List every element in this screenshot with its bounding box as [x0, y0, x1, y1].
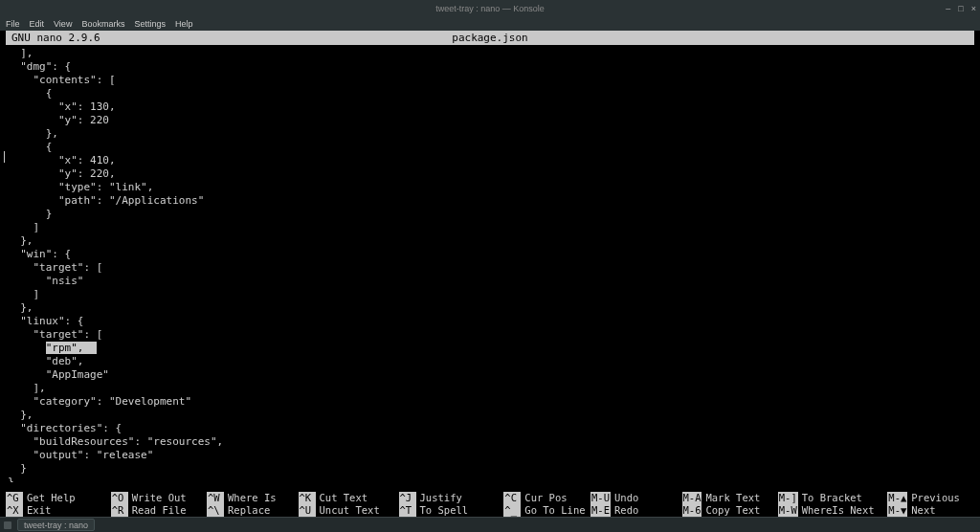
shortcut-label: Copy Text	[702, 504, 760, 517]
shortcut-label: Exit	[23, 504, 51, 517]
shortcut-label: Go To Line	[521, 504, 585, 517]
shortcut-label: Write Out	[128, 492, 187, 504]
editor-line: "x": 130,	[8, 100, 972, 114]
menubar: File Edit View Bookmarks Settings Help	[0, 16, 980, 31]
shortcut-key: ^\	[207, 504, 224, 517]
nano-header: GNU nano 2.9.6 package.json	[6, 31, 974, 45]
shortcut-key: ^J	[399, 492, 416, 504]
editor-line: ],	[8, 382, 972, 395]
shortcut-key: M-A	[682, 492, 702, 504]
editor-line: ]	[8, 288, 972, 301]
nano-version: GNU nano 2.9.6	[11, 32, 100, 44]
editor-line: "category": "Development"	[8, 395, 972, 409]
editor-line: "rpm",	[8, 342, 972, 355]
shortcut-key: M-E	[590, 504, 611, 517]
shortcut-key: ^O	[111, 492, 128, 504]
shortcut-item: M-6Copy Text	[682, 504, 778, 517]
editor-area[interactable]: ], "dmg": { "contents": [ { "x": 130, "y…	[0, 45, 980, 482]
menu-view[interactable]: View	[54, 19, 72, 29]
shortcut-label: Redo	[611, 504, 638, 517]
editor-line: "directories": {	[8, 422, 972, 435]
editor-line: "output": "release"	[8, 449, 972, 462]
menu-file[interactable]: File	[6, 19, 20, 29]
editor-line: "deb",	[8, 355, 972, 368]
menu-bookmarks[interactable]: Bookmarks	[81, 19, 124, 29]
editor-line: "contents": [	[8, 74, 972, 87]
editor-line: },	[8, 234, 972, 248]
shortcut-item: ^OWrite Out	[111, 492, 207, 504]
shortcut-key: ^K	[299, 492, 316, 504]
window-title: tweet-tray : nano — Konsole	[435, 4, 545, 13]
shortcut-item: M-]To Bracket	[778, 492, 888, 504]
editor-line: }	[8, 462, 972, 476]
shortcut-key: ^T	[399, 504, 416, 517]
shortcut-item: ^_Go To Line	[503, 504, 590, 517]
editor-line: },	[8, 301, 972, 315]
editor-line: "buildResources": "resources",	[8, 435, 972, 449]
editor-line: "y": 220,	[8, 167, 972, 181]
shortcut-label: To Bracket	[798, 492, 862, 504]
shortcut-label: Justify	[416, 492, 462, 504]
shortcut-item: ^CCur Pos	[503, 492, 590, 504]
editor-line: "win": {	[8, 248, 972, 261]
shortcut-item: ^UUncut Text	[299, 504, 399, 517]
menu-settings[interactable]: Settings	[134, 19, 166, 29]
highlighted-selection: "rpm",	[46, 342, 97, 354]
shortcut-label: Read File	[128, 504, 187, 517]
shortcut-item: M-AMark Text	[682, 492, 778, 504]
shortcut-key: M-]	[778, 492, 798, 504]
taskbar-task-label: tweet-tray : nano	[24, 521, 88, 530]
shortcut-item: ^XExit	[6, 504, 111, 517]
editor-line: "AppImage"	[8, 368, 972, 382]
shortcut-item: M-UUndo	[590, 492, 681, 504]
shortcut-label: Get Help	[23, 492, 76, 504]
taskbar-app-icon[interactable]	[4, 521, 11, 529]
shortcut-label: Previous	[907, 492, 960, 504]
editor-line: "type": "link",	[8, 181, 972, 194]
shortcut-key: ^G	[6, 492, 23, 504]
editor-line: "y": 220	[8, 114, 972, 127]
editor-line: "nsis"	[8, 275, 972, 288]
shortcut-key: M-6	[682, 504, 702, 517]
taskbar: tweet-tray : nano	[0, 517, 980, 532]
editor-line: },	[8, 127, 972, 141]
shortcut-label: Uncut Text	[316, 504, 380, 517]
close-button[interactable]: ×	[971, 4, 976, 13]
editor-line: },	[8, 409, 972, 422]
shortcut-item: ^GGet Help	[6, 492, 111, 504]
window-titlebar: tweet-tray : nano — Konsole – □ ×	[0, 0, 980, 16]
shortcut-label: Cut Text	[316, 492, 368, 504]
editor-line: {	[8, 87, 972, 100]
shortcut-item: ^\Replace	[207, 504, 298, 517]
taskbar-task-item[interactable]: tweet-tray : nano	[17, 519, 95, 531]
shortcut-key: ^X	[6, 504, 23, 517]
maximize-button[interactable]: □	[958, 4, 963, 13]
editor-line: {	[8, 141, 972, 154]
shortcut-key: M-U	[590, 492, 611, 504]
shortcut-label: WhereIs Next	[798, 504, 875, 517]
shortcut-key: M-▲	[887, 492, 907, 504]
menu-help[interactable]: Help	[175, 19, 193, 29]
minimize-button[interactable]: –	[946, 4, 950, 13]
shortcut-label: To Spell	[416, 504, 469, 517]
shortcut-item: ^KCut Text	[299, 492, 399, 504]
editor-line: "dmg": {	[8, 60, 972, 74]
window-controls: – □ ×	[946, 4, 976, 13]
shortcut-item: ^JJustify	[399, 492, 504, 504]
editor-line: "path": "/Applications"	[8, 194, 972, 208]
shortcut-item: M-▼Next	[887, 504, 974, 517]
editor-line: "linux": {	[8, 315, 972, 328]
shortcut-key: ^W	[207, 492, 224, 504]
shortcut-key: M-W	[778, 504, 798, 517]
shortcut-key: ^C	[503, 492, 521, 504]
shortcut-item: ^TTo Spell	[399, 504, 504, 517]
editor-line: "target": [	[8, 261, 972, 275]
editor-line: "x": 410,	[8, 154, 972, 167]
editor-line: },	[8, 476, 972, 482]
editor-line: ]	[8, 221, 972, 234]
shortcut-label: Replace	[224, 504, 270, 517]
shortcut-item: M-WWhereIs Next	[778, 504, 888, 517]
menu-edit[interactable]: Edit	[30, 19, 45, 29]
nano-filename: package.json	[452, 32, 527, 44]
shortcut-item: M-▲Previous	[887, 492, 974, 504]
